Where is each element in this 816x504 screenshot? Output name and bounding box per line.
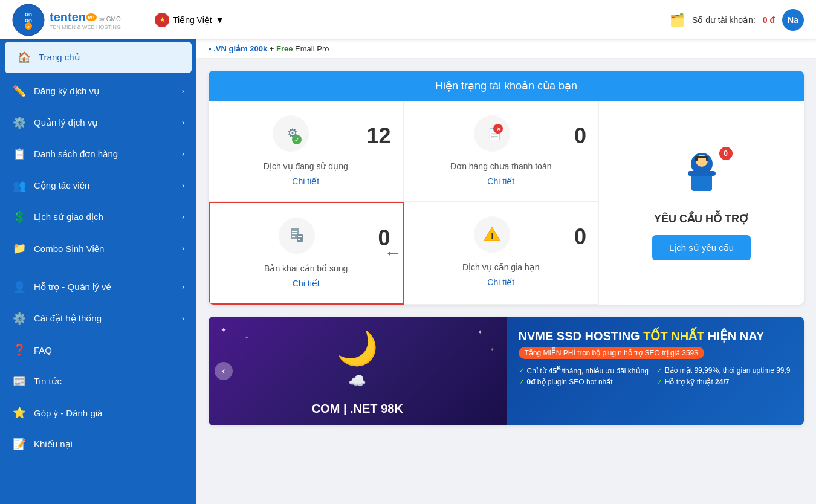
support-panel: 0 YÊU CẦU HỖ TRỢ Lịch sử yêu cầu (598, 101, 804, 305)
banner-left-text: COM | .NET 98K (312, 402, 403, 416)
balance-value: 0 đ (763, 15, 775, 25)
feature-label-2: Bảo mật 99,99%, thời gian uptime 99,9 (665, 366, 791, 375)
stat-dich-vu-dang-su-dung: ⚙ ✓ 12 Dịch vụ đang sử dụng Chi tiết (209, 101, 404, 202)
chevron-right-icon: › (182, 118, 184, 127)
sidebar-item-ho-tro[interactable]: 👤 Hỗ trợ - Quản lý vé › (0, 271, 196, 303)
support-agent-area: 0 (675, 146, 729, 202)
svg-rect-17 (292, 236, 295, 237)
gear-check-icon: ⚙ ✓ (273, 115, 309, 152)
banner-prev-button[interactable]: ‹ (215, 362, 233, 380)
support-icon: 👤 (12, 280, 27, 294)
account-status-card: Hiện trạng tài khoản của bạn ⚙ (209, 71, 804, 305)
star-icon: ⭐ (12, 405, 27, 420)
user-avatar[interactable]: Na (782, 9, 804, 31)
sidebar-item-danh-sach-don-hang[interactable]: 📋 Danh sách đơn hàng › (0, 138, 196, 170)
star-deco-2: ✦ (245, 335, 249, 340)
warning-icon: ! (474, 216, 510, 253)
stat-label-2: Đơn hàng chưa thanh toán (416, 161, 587, 171)
stat-icon-num-2: 📄 ✕ 0 (416, 115, 587, 157)
banner-title-highlight: TỐT NHẤT (643, 329, 704, 343)
banner-left: ‹ ✦ ✦ ✦ ✦ 🌙 ☁️ COM | .NET 98K (209, 317, 507, 425)
sidebar-item-gop-y[interactable]: ⭐ Góp ý - Đánh giá (0, 397, 196, 428)
sidebar-item-cong-tac-vien[interactable]: 👥 Cộng tác viên › (0, 170, 196, 201)
chevron-right-icon: › (182, 283, 184, 291)
sidebar-item-label: Danh sách đơn hàng (34, 149, 118, 160)
star-deco-1: ✦ (221, 326, 227, 334)
moon-icon: 🌙 (337, 329, 378, 368)
chevron-right-icon: › (182, 314, 184, 323)
sidebar-item-faq[interactable]: ❓ FAQ (0, 334, 196, 366)
sidebar-item-label: Quản lý dịch vụ (34, 117, 98, 128)
star-deco-3: ✦ (478, 329, 482, 335)
bill-x-icon: 📄 ✕ (474, 115, 510, 152)
sidebar-item-label: Cài đặt hệ thống (34, 313, 102, 324)
sidebar-item-trang-chu[interactable]: 🏠 Trang chủ (5, 42, 192, 73)
support-history-button[interactable]: Lịch sử yêu cầu (652, 235, 751, 260)
main-layout: 🏠 Trang chủ ✏️ Đăng ký dịch vụ › ⚙️ Quản… (0, 39, 816, 504)
language-selector[interactable]: ★ Tiếng Việt ▼ (155, 13, 224, 27)
svg-text:✓: ✓ (294, 137, 299, 143)
wallet-icon: 🗂️ (670, 13, 685, 27)
star-deco-4: ✦ (490, 347, 494, 352)
dashboard: Hiện trạng tài khoản của bạn ⚙ (196, 59, 816, 504)
chevron-right-icon: › (182, 150, 184, 158)
svg-text:ten: ten (25, 18, 32, 23)
svg-text:!: ! (491, 231, 494, 241)
news-icon: 📰 (12, 374, 27, 389)
sidebar-item-label: Trang chủ (39, 52, 80, 63)
svg-rect-20 (298, 239, 300, 240)
edit-icon: ✏️ (12, 84, 27, 99)
svg-text:vn: vn (27, 25, 30, 28)
feature-1: ✓ Chỉ từ 45K/tháng, nhiều ưu đãi khủng (519, 365, 654, 375)
home-icon: 🏠 (17, 50, 31, 65)
chevron-right-icon: › (182, 244, 184, 253)
feature-4: ✓ Hỗ trợ kỹ thuật 24/7 (656, 378, 792, 386)
sidebar: 🏠 Trang chủ ✏️ Đăng ký dịch vụ › ⚙️ Quản… (0, 39, 196, 504)
logo-icon: ten ten vn (12, 4, 45, 36)
stat-ban-khai: 0 Bản khai cần bổ sung Chi tiết (209, 202, 404, 305)
complaint-icon: 📝 (12, 437, 27, 451)
gear-icon: ⚙️ (12, 115, 27, 130)
stat-label-1: Dịch vụ đang sử dụng (221, 161, 391, 171)
lang-label: Tiếng Việt (173, 15, 212, 25)
sidebar-item-label: Góp ý - Đánh giá (34, 408, 102, 418)
banner-row: ‹ ✦ ✦ ✦ ✦ 🌙 ☁️ COM | .NET 98K NVME SSD H… (209, 317, 804, 425)
sidebar-item-label: Hỗ trợ - Quản lý vé (34, 282, 111, 292)
promo-bar: ▪ .VN giảm 200k + Free Email Pro (196, 39, 816, 59)
sidebar-item-cai-dat-he-thong[interactable]: ⚙️ Cài đặt hệ thống › (0, 303, 196, 334)
stat-link-2[interactable]: Chi tiết (487, 176, 514, 186)
promo-free: Free (276, 44, 293, 53)
logo-name: tentenvn by GMO (50, 10, 121, 24)
feature-3: ✓ 0đ bộ plugin SEO hot nhất (519, 378, 654, 386)
stat-link-1[interactable]: Chi tiết (292, 176, 319, 186)
stat-link-3[interactable]: Chi tiết (293, 279, 320, 288)
check-icon-2: ✓ (656, 366, 662, 375)
stat-icon-num-4: ! 0 (416, 216, 587, 257)
support-title: YÊU CẦU HỖ TRỢ (654, 212, 749, 225)
svg-rect-16 (292, 233, 297, 234)
sidebar-item-label: Combo Sinh Viên (34, 244, 104, 254)
sidebar-item-label: Cộng tác viên (34, 180, 89, 191)
status-grid: ⚙ ✓ 12 Dịch vụ đang sử dụng Chi tiết (209, 101, 598, 305)
svg-rect-15 (292, 231, 297, 232)
sidebar-item-khieu-nai[interactable]: 📝 Khiếu nại (0, 428, 196, 460)
sidebar-item-tin-tuc[interactable]: 📰 Tin tức (0, 366, 196, 397)
svg-rect-27 (688, 171, 716, 176)
chevron-right-icon: › (182, 181, 184, 190)
promo-rest: Email Pro (295, 44, 329, 53)
promo-separator: + (270, 44, 276, 53)
doc-edit-icon (279, 218, 315, 254)
arrow-indicator: ← (384, 244, 401, 263)
sidebar-item-dang-ky-dich-vu[interactable]: ✏️ Đăng ký dịch vụ › (0, 76, 196, 107)
banner-features: ✓ Chỉ từ 45K/tháng, nhiều ưu đãi khủng ✓… (519, 365, 792, 386)
stat-number-4: 0 (574, 224, 586, 250)
chevron-right-icon: › (182, 87, 184, 95)
svg-rect-29 (695, 157, 698, 161)
stat-link-4[interactable]: Chi tiết (487, 277, 514, 287)
sidebar-item-combo-sinh-vien[interactable]: 📁 Combo Sinh Viên › (0, 233, 196, 264)
banner-title-part1: NVME SSD HOSTING (519, 329, 644, 343)
sidebar-item-lich-su-giao-dich[interactable]: 💲 Lịch sử giao dịch › (0, 201, 196, 233)
sidebar-item-label: Tin tức (34, 376, 62, 387)
check-icon-4: ✓ (656, 378, 662, 386)
sidebar-item-quan-ly-dich-vu[interactable]: ⚙️ Quản lý dịch vụ › (0, 107, 196, 138)
